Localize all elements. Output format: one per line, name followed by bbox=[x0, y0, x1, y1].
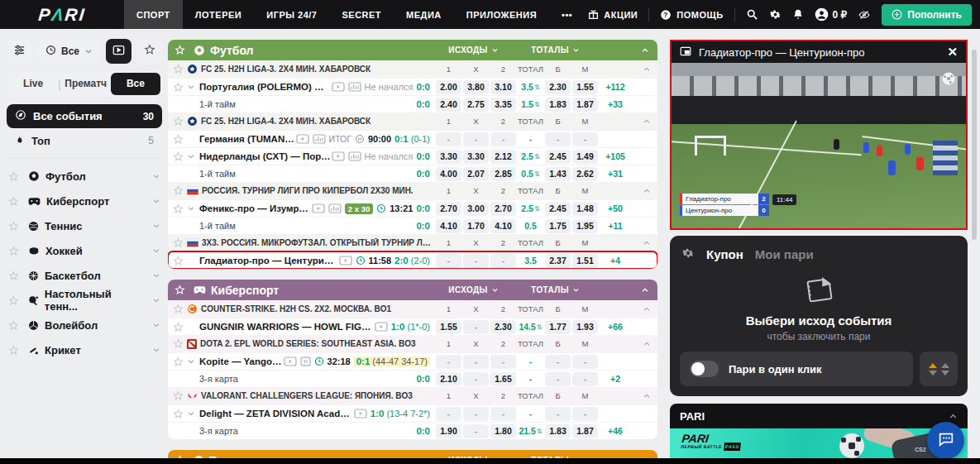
collapse-icon[interactable] bbox=[631, 46, 651, 55]
time-filter-dropdown[interactable]: Все bbox=[37, 39, 101, 64]
nav-item-медиа[interactable]: МЕДИА bbox=[394, 0, 454, 29]
collapse-icon[interactable] bbox=[633, 239, 653, 247]
favorite-star-icon[interactable] bbox=[8, 320, 22, 331]
match-teams[interactable]: GUNGNIR WARRIORS — HOWL FIGHTERS bbox=[199, 322, 375, 332]
favorite-star-icon[interactable] bbox=[173, 338, 187, 349]
match-row[interactable]: Феникс-про — Изумруд-про2 x 3013:210:02.… bbox=[168, 199, 657, 217]
over-odds-cell[interactable]: 1.83 bbox=[545, 98, 571, 112]
nav-item-secret[interactable]: SECRET bbox=[329, 0, 394, 29]
match-row[interactable]: Германия (TUMANEON) — Нид...ИТОГ90:000:1… bbox=[168, 130, 657, 147]
odds-cell[interactable]: 1.70 bbox=[463, 219, 489, 233]
more-markets-count[interactable]: +4 bbox=[598, 256, 633, 265]
nav-item-приложения[interactable]: ПРИЛОЖЕНИЯ bbox=[454, 0, 549, 29]
favorite-star-icon[interactable] bbox=[173, 134, 187, 145]
over-odds-cell[interactable]: 2.37 bbox=[545, 254, 571, 268]
league-row[interactable]: FC 25. H2H LIGA-3. 2X4 МИН. ХАБАРОВСК1X2… bbox=[168, 60, 657, 78]
odds-cell[interactable]: 2.85 bbox=[490, 167, 516, 181]
under-odds-cell[interactable]: 1.55 bbox=[572, 80, 598, 94]
favorite-star-icon[interactable] bbox=[174, 285, 189, 295]
match-teams[interactable]: Феникс-про — Изумруд-про bbox=[199, 203, 312, 213]
favorite-star-icon[interactable] bbox=[173, 203, 187, 214]
odds-cell[interactable]: 3.30 bbox=[463, 150, 489, 164]
odds-cell[interactable]: 1.90 bbox=[436, 424, 461, 438]
under-odds-cell[interactable]: 1.51 bbox=[572, 254, 598, 268]
favorites-filter-button[interactable] bbox=[136, 39, 162, 64]
league-row[interactable]: COUNTER-STRIKE. H2H CS. 2X2. МОСКВА. BO1… bbox=[168, 300, 657, 318]
tab-прематч[interactable]: Прематч bbox=[61, 73, 111, 95]
odds-cell[interactable]: 2.10 bbox=[436, 372, 461, 386]
more-markets-count[interactable]: +11 bbox=[598, 221, 633, 231]
under-odds-cell[interactable]: 1.87 bbox=[572, 424, 598, 438]
collapse-icon[interactable] bbox=[633, 392, 653, 400]
sidebar-item-баскетбол[interactable]: Баскетбол bbox=[7, 263, 162, 288]
expand-chevron-icon[interactable] bbox=[187, 357, 199, 366]
stream-video[interactable]: Гладиатор-про2 Центурион-про0 11:44 bbox=[672, 63, 966, 228]
under-odds-cell[interactable]: 2.62 bbox=[572, 167, 598, 181]
collapse-icon[interactable] bbox=[631, 286, 651, 294]
totals-menu[interactable]: ТОТАЛЫ bbox=[514, 45, 596, 55]
league-row[interactable]: FC 25. H2H LIGA-4. 2X4 МИН. ХАБАРОВСК1X2… bbox=[168, 112, 657, 130]
promo-header[interactable]: PARI bbox=[670, 404, 968, 428]
sidebar-item-top[interactable]: Топ 5 bbox=[7, 128, 162, 153]
more-markets-count[interactable]: +31 bbox=[598, 169, 633, 179]
tab-live[interactable]: Live bbox=[8, 73, 58, 95]
favorite-star-icon[interactable] bbox=[173, 116, 187, 127]
favorite-star-icon[interactable] bbox=[173, 356, 187, 367]
over-odds-cell[interactable]: 1.75 bbox=[545, 219, 571, 233]
favorite-star-icon[interactable] bbox=[8, 221, 22, 232]
sidebar-item-all-events[interactable]: Все события 30 bbox=[7, 104, 162, 128]
expand-chevron-icon[interactable] bbox=[187, 409, 199, 418]
under-odds-cell[interactable]: 1.49 bbox=[572, 150, 598, 164]
outcomes-menu[interactable]: ИСХОДЫ bbox=[433, 285, 514, 294]
support-chat-button[interactable] bbox=[927, 422, 964, 459]
favorite-star-icon[interactable] bbox=[174, 45, 189, 55]
sidebar-item-хоккей[interactable]: Хоккей bbox=[7, 238, 162, 263]
league-row[interactable]: VALORANT. CHALLENGERS LEAGUE: ЯПОНИЯ. BO… bbox=[168, 387, 657, 404]
help-link[interactable]: ? ПОМОЩЬ bbox=[660, 9, 723, 21]
under-odds-cell[interactable]: 1.48 bbox=[572, 202, 598, 216]
collapse-icon[interactable] bbox=[633, 117, 653, 126]
deposit-button[interactable]: Пополнить bbox=[882, 4, 972, 26]
odds-cell[interactable]: 2.70 bbox=[490, 202, 516, 216]
promo-banner[interactable]: PARIПЕРВЫЙ BATTLEPASS CS2 bbox=[670, 428, 968, 460]
expand-chevron-icon[interactable] bbox=[187, 152, 199, 160]
nav-item-лотереи[interactable]: ЛОТЕРЕИ bbox=[183, 0, 254, 29]
collapse-icon[interactable] bbox=[633, 340, 653, 348]
period-row[interactable]: 1-й тайм0:02.402.753.351.5⇅1.831.87+33 bbox=[168, 95, 657, 112]
more-markets-count[interactable]: +112 bbox=[598, 82, 633, 92]
nav-item-спорт[interactable]: СПОРТ bbox=[124, 0, 183, 29]
expand-chevron-icon[interactable] bbox=[187, 83, 199, 91]
more-markets-count[interactable]: +105 bbox=[598, 151, 633, 161]
match-teams[interactable]: Германия (TUMANEON) — Нид... bbox=[199, 134, 296, 144]
sidebar-item-волейбол[interactable]: Волейбол bbox=[7, 313, 162, 337]
under-odds-cell[interactable]: 1.95 bbox=[572, 219, 598, 233]
over-odds-cell[interactable]: 2.30 bbox=[545, 80, 571, 94]
odds-cell[interactable]: 2.30 bbox=[490, 320, 516, 334]
favorite-star-icon[interactable] bbox=[173, 64, 187, 74]
match-teams[interactable]: Португалия (POLERMO) — Германия (... bbox=[199, 82, 332, 92]
odds-cell[interactable]: 1.80 bbox=[490, 424, 516, 438]
league-row[interactable]: РОССИЯ. ТУРНИР ЛИГИ ПРО КИПЕРБОЛ 2X30 МИ… bbox=[168, 182, 657, 199]
match-teams[interactable]: Kopite — Yangon Galacticos bbox=[199, 356, 284, 366]
favorite-star-icon[interactable] bbox=[8, 270, 22, 281]
tab-my-bets[interactable]: Мои пари bbox=[755, 247, 814, 261]
favorite-star-icon[interactable] bbox=[173, 82, 187, 93]
hide-balance-eye-icon[interactable] bbox=[858, 9, 871, 21]
match-teams[interactable]: Delight — ZETA DIVISION Academy bbox=[199, 409, 354, 419]
favorite-star-icon[interactable] bbox=[173, 185, 187, 196]
odds-cell[interactable]: 1.55 bbox=[436, 320, 461, 334]
match-row[interactable]: Нидерланды (СХТ) — Португалия (TRA...Не … bbox=[168, 147, 657, 165]
match-row[interactable]: GUNGNIR WARRIORS — HOWL FIGHTERS1:0 (1*-… bbox=[168, 318, 657, 335]
over-odds-cell[interactable]: 2.45 bbox=[545, 150, 571, 164]
sidebar-item-крикет[interactable]: Крикет bbox=[7, 337, 162, 362]
promos-link[interactable]: АКЦИИ bbox=[588, 9, 638, 20]
account-balance[interactable]: 0 ₽ bbox=[815, 7, 848, 22]
stream-filter-button[interactable] bbox=[106, 39, 131, 64]
odds-sort-button[interactable] bbox=[920, 352, 958, 386]
favorite-star-icon[interactable] bbox=[173, 390, 187, 401]
over-odds-cell[interactable]: 1.77 bbox=[545, 320, 571, 334]
odds-cell[interactable]: 2.00 bbox=[436, 80, 461, 94]
favorite-star-icon[interactable] bbox=[173, 322, 187, 332]
favorite-star-icon[interactable] bbox=[173, 256, 187, 266]
match-teams[interactable]: Гладиатор-про — Центурион-про bbox=[199, 256, 339, 265]
